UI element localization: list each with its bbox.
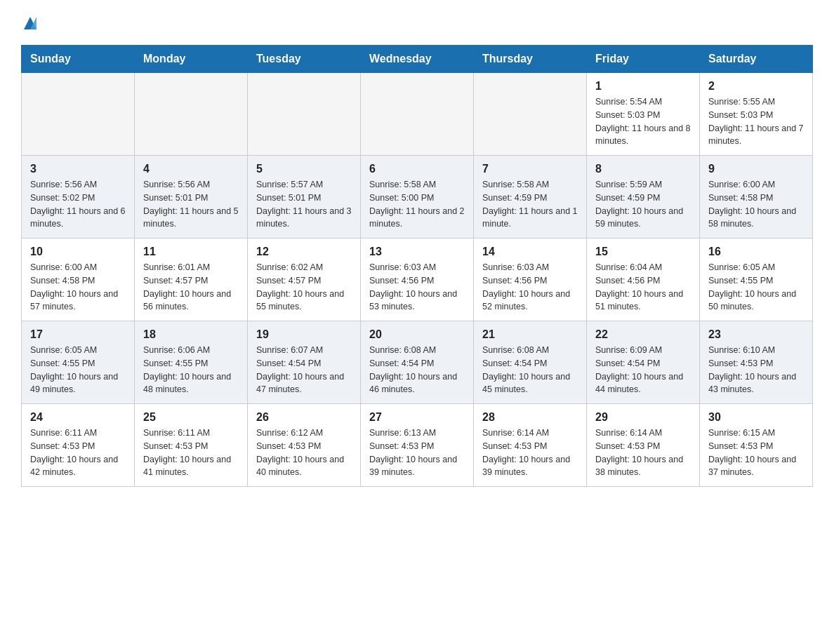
day-number: 13 xyxy=(369,246,465,258)
day-info: Sunrise: 5:56 AMSunset: 5:01 PMDaylight:… xyxy=(143,178,239,231)
day-number: 26 xyxy=(256,411,352,424)
day-number: 9 xyxy=(708,163,804,175)
calendar-cell: 22Sunrise: 6:09 AMSunset: 4:54 PMDayligh… xyxy=(587,321,700,404)
calendar-cell: 24Sunrise: 6:11 AMSunset: 4:53 PMDayligh… xyxy=(22,404,135,487)
day-info: Sunrise: 6:07 AMSunset: 4:54 PMDaylight:… xyxy=(256,344,352,396)
calendar-cell xyxy=(22,73,135,156)
calendar-cell: 26Sunrise: 6:12 AMSunset: 4:53 PMDayligh… xyxy=(248,404,361,487)
calendar-week-row: 3Sunrise: 5:56 AMSunset: 5:02 PMDaylight… xyxy=(22,156,813,239)
day-number: 1 xyxy=(595,80,691,93)
day-info: Sunrise: 6:13 AMSunset: 4:53 PMDaylight:… xyxy=(369,427,465,479)
day-number: 2 xyxy=(708,80,804,93)
calendar-cell: 8Sunrise: 5:59 AMSunset: 4:59 PMDaylight… xyxy=(587,156,700,239)
day-number: 10 xyxy=(30,246,126,258)
logo-arrow-icon xyxy=(22,15,38,31)
calendar-cell: 19Sunrise: 6:07 AMSunset: 4:54 PMDayligh… xyxy=(248,321,361,404)
calendar-cell: 9Sunrise: 6:00 AMSunset: 4:58 PMDaylight… xyxy=(700,156,813,239)
weekday-header-row: SundayMondayTuesdayWednesdayThursdayFrid… xyxy=(22,46,813,73)
calendar-cell xyxy=(361,73,474,156)
calendar-cell: 7Sunrise: 5:58 AMSunset: 4:59 PMDaylight… xyxy=(474,156,587,239)
calendar-cell: 17Sunrise: 6:05 AMSunset: 4:55 PMDayligh… xyxy=(22,321,135,404)
weekday-header-saturday: Saturday xyxy=(700,46,813,73)
day-info: Sunrise: 6:12 AMSunset: 4:53 PMDaylight:… xyxy=(256,427,352,479)
day-info: Sunrise: 6:11 AMSunset: 4:53 PMDaylight:… xyxy=(143,427,239,479)
day-number: 23 xyxy=(708,328,804,341)
calendar-cell: 10Sunrise: 6:00 AMSunset: 4:58 PMDayligh… xyxy=(22,239,135,321)
day-number: 6 xyxy=(369,163,465,175)
calendar-table: SundayMondayTuesdayWednesdayThursdayFrid… xyxy=(21,45,813,487)
calendar-cell: 14Sunrise: 6:03 AMSunset: 4:56 PMDayligh… xyxy=(474,239,587,321)
day-number: 28 xyxy=(482,411,578,424)
day-number: 11 xyxy=(143,246,239,258)
calendar-week-row: 1Sunrise: 5:54 AMSunset: 5:03 PMDaylight… xyxy=(22,73,813,156)
weekday-header-tuesday: Tuesday xyxy=(248,46,361,73)
calendar-cell: 16Sunrise: 6:05 AMSunset: 4:55 PMDayligh… xyxy=(700,239,813,321)
day-number: 17 xyxy=(30,328,126,341)
day-info: Sunrise: 5:59 AMSunset: 4:59 PMDaylight:… xyxy=(595,178,691,231)
day-info: Sunrise: 6:08 AMSunset: 4:54 PMDaylight:… xyxy=(369,344,465,396)
day-info: Sunrise: 6:11 AMSunset: 4:53 PMDaylight:… xyxy=(30,427,126,479)
day-info: Sunrise: 6:00 AMSunset: 4:58 PMDaylight:… xyxy=(30,261,126,314)
page-header xyxy=(21,14,813,31)
calendar-cell xyxy=(474,73,587,156)
day-number: 20 xyxy=(369,328,465,341)
day-number: 18 xyxy=(143,328,239,341)
weekday-header-monday: Monday xyxy=(135,46,248,73)
day-number: 22 xyxy=(595,328,691,341)
day-info: Sunrise: 6:05 AMSunset: 4:55 PMDaylight:… xyxy=(708,261,804,314)
day-info: Sunrise: 6:00 AMSunset: 4:58 PMDaylight:… xyxy=(708,178,804,231)
day-info: Sunrise: 6:08 AMSunset: 4:54 PMDaylight:… xyxy=(482,344,578,396)
calendar-cell: 15Sunrise: 6:04 AMSunset: 4:56 PMDayligh… xyxy=(587,239,700,321)
calendar-cell: 12Sunrise: 6:02 AMSunset: 4:57 PMDayligh… xyxy=(248,239,361,321)
calendar-cell: 29Sunrise: 6:14 AMSunset: 4:53 PMDayligh… xyxy=(587,404,700,487)
day-number: 14 xyxy=(482,246,578,258)
day-number: 24 xyxy=(30,411,126,424)
day-number: 15 xyxy=(595,246,691,258)
day-info: Sunrise: 5:56 AMSunset: 5:02 PMDaylight:… xyxy=(30,178,126,231)
calendar-cell: 6Sunrise: 5:58 AMSunset: 5:00 PMDaylight… xyxy=(361,156,474,239)
day-number: 8 xyxy=(595,163,691,175)
day-info: Sunrise: 6:06 AMSunset: 4:55 PMDaylight:… xyxy=(143,344,239,396)
day-info: Sunrise: 6:10 AMSunset: 4:53 PMDaylight:… xyxy=(708,344,804,396)
day-info: Sunrise: 6:14 AMSunset: 4:53 PMDaylight:… xyxy=(595,427,691,479)
calendar-week-row: 10Sunrise: 6:00 AMSunset: 4:58 PMDayligh… xyxy=(22,239,813,321)
day-info: Sunrise: 6:01 AMSunset: 4:57 PMDaylight:… xyxy=(143,261,239,314)
calendar-cell: 20Sunrise: 6:08 AMSunset: 4:54 PMDayligh… xyxy=(361,321,474,404)
calendar-cell: 2Sunrise: 5:55 AMSunset: 5:03 PMDaylight… xyxy=(700,73,813,156)
day-info: Sunrise: 5:55 AMSunset: 5:03 PMDaylight:… xyxy=(708,95,804,148)
calendar-cell: 5Sunrise: 5:57 AMSunset: 5:01 PMDaylight… xyxy=(248,156,361,239)
day-number: 3 xyxy=(30,163,126,175)
calendar-cell: 13Sunrise: 6:03 AMSunset: 4:56 PMDayligh… xyxy=(361,239,474,321)
day-number: 30 xyxy=(708,411,804,424)
calendar-week-row: 24Sunrise: 6:11 AMSunset: 4:53 PMDayligh… xyxy=(22,404,813,487)
day-number: 29 xyxy=(595,411,691,424)
day-info: Sunrise: 6:02 AMSunset: 4:57 PMDaylight:… xyxy=(256,261,352,314)
day-number: 5 xyxy=(256,163,352,175)
day-number: 25 xyxy=(143,411,239,424)
calendar-cell: 3Sunrise: 5:56 AMSunset: 5:02 PMDaylight… xyxy=(22,156,135,239)
day-info: Sunrise: 6:03 AMSunset: 4:56 PMDaylight:… xyxy=(369,261,465,314)
calendar-cell xyxy=(135,73,248,156)
day-info: Sunrise: 6:09 AMSunset: 4:54 PMDaylight:… xyxy=(595,344,691,396)
day-info: Sunrise: 5:58 AMSunset: 4:59 PMDaylight:… xyxy=(482,178,578,231)
weekday-header-thursday: Thursday xyxy=(474,46,587,73)
day-info: Sunrise: 6:04 AMSunset: 4:56 PMDaylight:… xyxy=(595,261,691,314)
calendar-cell: 21Sunrise: 6:08 AMSunset: 4:54 PMDayligh… xyxy=(474,321,587,404)
day-number: 12 xyxy=(256,246,352,258)
calendar-cell: 30Sunrise: 6:15 AMSunset: 4:53 PMDayligh… xyxy=(700,404,813,487)
calendar-cell: 18Sunrise: 6:06 AMSunset: 4:55 PMDayligh… xyxy=(135,321,248,404)
calendar-cell: 4Sunrise: 5:56 AMSunset: 5:01 PMDaylight… xyxy=(135,156,248,239)
day-number: 27 xyxy=(369,411,465,424)
day-info: Sunrise: 6:05 AMSunset: 4:55 PMDaylight:… xyxy=(30,344,126,396)
day-info: Sunrise: 5:58 AMSunset: 5:00 PMDaylight:… xyxy=(369,178,465,231)
weekday-header-sunday: Sunday xyxy=(22,46,135,73)
weekday-header-friday: Friday xyxy=(587,46,700,73)
calendar-cell: 23Sunrise: 6:10 AMSunset: 4:53 PMDayligh… xyxy=(700,321,813,404)
day-info: Sunrise: 6:15 AMSunset: 4:53 PMDaylight:… xyxy=(708,427,804,479)
day-info: Sunrise: 5:57 AMSunset: 5:01 PMDaylight:… xyxy=(256,178,352,231)
day-number: 19 xyxy=(256,328,352,341)
weekday-header-wednesday: Wednesday xyxy=(361,46,474,73)
calendar-week-row: 17Sunrise: 6:05 AMSunset: 4:55 PMDayligh… xyxy=(22,321,813,404)
calendar-cell: 1Sunrise: 5:54 AMSunset: 5:03 PMDaylight… xyxy=(587,73,700,156)
calendar-cell: 28Sunrise: 6:14 AMSunset: 4:53 PMDayligh… xyxy=(474,404,587,487)
